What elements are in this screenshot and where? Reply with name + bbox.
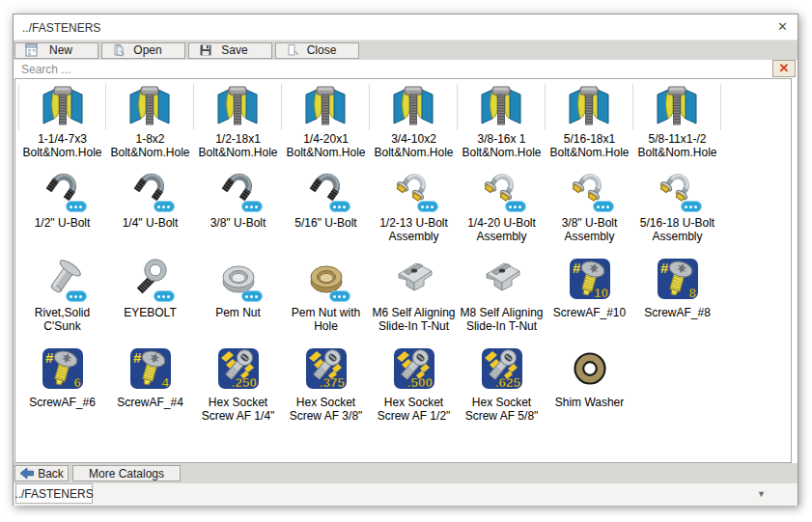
catalog-item[interactable]: 3/8-16x 1Bolt&Nom.Hole <box>458 84 546 168</box>
item-label: Pem Nut <box>215 306 261 319</box>
catalog-item[interactable]: .375Hex SocketScrew AF 3/8" <box>282 347 370 437</box>
svg-text:#: # <box>45 349 54 366</box>
catalog-item[interactable]: 1/4" U-Bolt <box>106 168 194 258</box>
item-label: Hex SocketScrew AF 3/8" <box>290 396 363 423</box>
item-label: 1/4" U-Bolt <box>123 216 179 230</box>
more-options-badge[interactable] <box>66 201 87 212</box>
svg-text:8: 8 <box>688 286 696 300</box>
bolt-block-icon <box>392 84 434 126</box>
window-close-icon[interactable]: ✕ <box>777 19 788 34</box>
search-clear-button[interactable]: ✕ <box>772 60 796 77</box>
svg-text:.500: .500 <box>406 375 432 390</box>
catalog-item[interactable]: .625Hex SocketScrew AF 5/8" <box>458 347 546 437</box>
open-folder-icon <box>107 43 121 57</box>
new-button[interactable]: New <box>14 42 98 59</box>
catalog-window: ../FASTENERS ✕ NewOpenSaveClose ✕ 1-1/4-… <box>13 14 798 506</box>
search-input[interactable] <box>14 60 772 78</box>
more-options-badge[interactable] <box>241 201 263 212</box>
item-label: 5/8-11x1-/2Bolt&Nom.Hole <box>637 132 716 159</box>
item-label: Hex SocketScrew AF 5/8" <box>465 396 539 423</box>
catalog-item[interactable]: 1/4-20x1Bolt&Nom.Hole <box>282 84 370 168</box>
catalog-tab-bar: ../FASTENERS ▼ <box>14 483 798 506</box>
catalog-item[interactable]: 1-8x2Bolt&Nom.Hole <box>106 84 194 168</box>
item-label: Hex SocketScrew AF 1/2" <box>378 396 451 423</box>
new-button-label: New <box>34 43 88 57</box>
catalog-item[interactable]: 5/16-18x1Bolt&Nom.Hole <box>546 84 633 168</box>
washer-icon <box>569 347 611 390</box>
back-button[interactable]: Back <box>14 465 69 481</box>
catalog-item[interactable]: M8 Self AligningSlide-In T-Nut <box>458 258 546 347</box>
item-label: Pem Nut withHole <box>292 306 360 333</box>
catalog-item[interactable]: Pem Nut <box>194 258 282 347</box>
hexsocket-icon: .250 <box>217 347 260 390</box>
bottom-toolbar: Back More Catalogs <box>14 463 798 483</box>
more-options-badge[interactable] <box>154 290 175 302</box>
catalog-tab-fasteners[interactable]: ../FASTENERS <box>15 483 93 504</box>
more-options-badge[interactable] <box>593 201 614 212</box>
catalog-item[interactable]: 1/2" U-Bolt <box>18 168 106 258</box>
catalog-item[interactable]: 5/16" U-Bolt <box>282 168 370 258</box>
item-label: 1/2" U-Bolt <box>35 216 91 230</box>
catalog-item[interactable]: Pem Nut withHole <box>282 258 370 347</box>
item-label: 5/16-18x1Bolt&Nom.Hole <box>549 132 629 159</box>
screwaf-icon: #4 <box>129 347 172 390</box>
item-label: 3/4-10x2Bolt&Nom.Hole <box>374 132 453 159</box>
chevron-down-icon[interactable]: ▼ <box>757 489 766 499</box>
more-options-badge[interactable] <box>329 290 350 302</box>
catalog-item[interactable]: 1-1/4-7x3Bolt&Nom.Hole <box>18 84 106 168</box>
catalog-item[interactable]: 1/2-13 U-BoltAssembly <box>370 168 458 258</box>
more-catalogs-button[interactable]: More Catalogs <box>72 465 181 481</box>
catalog-item[interactable]: EYEBOLT <box>106 258 194 347</box>
hexsocket-icon: .375 <box>305 347 348 390</box>
catalog-item[interactable]: .250Hex SocketScrew AF 1/4" <box>194 347 282 437</box>
more-options-badge[interactable] <box>329 201 350 212</box>
svg-text:#: # <box>133 349 142 366</box>
catalog-row: Rivet,SolidC'SunkEYEBOLTPem NutPem Nut w… <box>18 258 791 347</box>
catalog-item[interactable]: Rivet,SolidC'Sunk <box>18 258 106 347</box>
search-bar: ✕ <box>14 60 798 78</box>
hexsocket-icon: .500 <box>393 347 435 390</box>
catalog-item[interactable]: 1/2-18x1Bolt&Nom.Hole <box>194 84 282 168</box>
more-options-badge[interactable] <box>241 290 263 302</box>
back-button-label: Back <box>38 467 64 481</box>
catalog-item[interactable]: #10ScrewAF_#10 <box>546 258 633 347</box>
item-label: ScrewAF_#6 <box>29 396 96 409</box>
catalog-item[interactable]: Shim Washer <box>546 347 633 437</box>
screwaf-icon: #10 <box>569 258 611 300</box>
more-options-badge[interactable] <box>154 201 175 212</box>
catalog-item[interactable]: 3/8" U-BoltAssembly <box>546 168 633 258</box>
bolt-block-icon <box>128 84 171 126</box>
close-button[interactable]: Close <box>275 42 359 59</box>
open-button[interactable]: Open <box>101 42 185 59</box>
more-options-badge[interactable] <box>681 201 702 212</box>
close-button-label: Close <box>294 43 349 57</box>
bolt-block-icon <box>656 84 698 126</box>
tnut-icon <box>481 258 523 300</box>
item-label: ScrewAF_#10 <box>553 306 626 319</box>
catalog-item[interactable]: .500Hex SocketScrew AF 1/2" <box>370 347 458 437</box>
bolt-block-icon <box>216 84 259 126</box>
svg-text:4: 4 <box>161 375 169 390</box>
catalog-item[interactable]: 5/8-11x1-/2Bolt&Nom.Hole <box>633 84 721 168</box>
catalog-item[interactable]: 1/4-20 U-BoltAssembly <box>458 168 546 258</box>
catalog-panel: 1-1/4-7x3Bolt&Nom.Hole1-8x2Bolt&Nom.Hole… <box>14 78 792 463</box>
catalog-item[interactable]: #8ScrewAF_#8 <box>633 258 721 347</box>
catalog-item[interactable]: #4ScrewAF_#4 <box>106 347 194 437</box>
item-label: 5/16-18 U-BoltAssembly <box>640 216 714 243</box>
catalog-item[interactable]: 3/4-10x2Bolt&Nom.Hole <box>370 84 458 168</box>
more-options-badge[interactable] <box>417 201 438 212</box>
screwaf-icon: #8 <box>657 258 699 300</box>
more-options-badge[interactable] <box>66 290 87 302</box>
save-button[interactable]: Save <box>188 42 272 59</box>
catalog-item[interactable]: M6 Self AligningSlide-In T-Nut <box>370 258 458 347</box>
catalog-item[interactable]: #6ScrewAF_#6 <box>18 347 106 437</box>
item-label: 5/16" U-Bolt <box>294 216 356 230</box>
item-label: Shim Washer <box>555 396 625 409</box>
more-options-badge[interactable] <box>505 201 526 212</box>
screwaf-icon: #6 <box>42 347 84 390</box>
bolt-block-icon <box>480 84 522 126</box>
save-button-label: Save <box>208 43 262 57</box>
catalog-item[interactable]: 5/16-18 U-BoltAssembly <box>633 168 721 258</box>
catalog-item[interactable]: 3/8" U-Bolt <box>194 168 282 258</box>
item-label: 1-1/4-7x3Bolt&Nom.Hole <box>22 132 101 159</box>
